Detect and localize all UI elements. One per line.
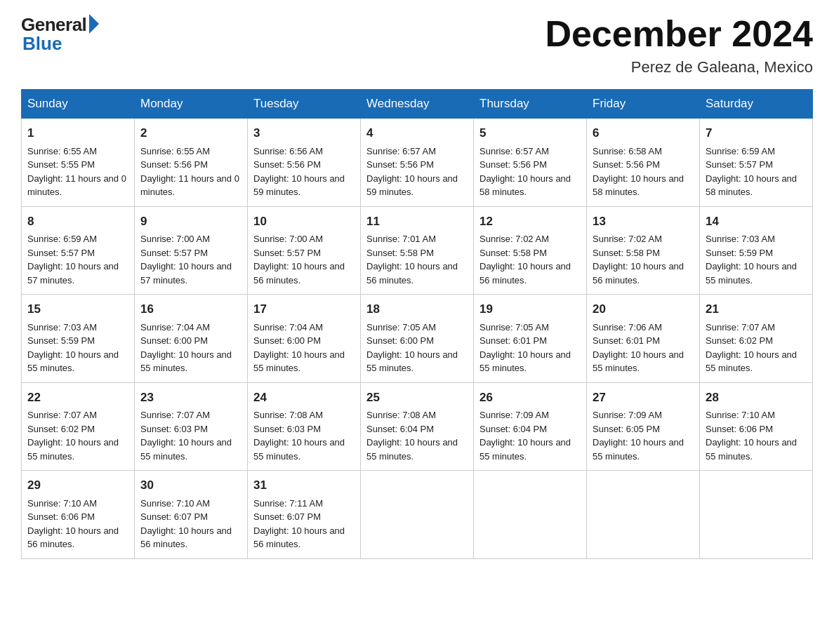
sunrise-info: Sunrise: 6:59 AM bbox=[706, 146, 775, 156]
daylight-info: Daylight: 10 hours and 55 minutes. bbox=[479, 349, 571, 374]
sunrise-info: Sunrise: 7:02 AM bbox=[593, 234, 662, 244]
calendar-cell: 2Sunrise: 6:55 AMSunset: 5:56 PMDaylight… bbox=[135, 119, 248, 207]
sunrise-info: Sunrise: 7:06 AM bbox=[593, 322, 662, 333]
day-number: 14 bbox=[706, 213, 807, 231]
daylight-info: Daylight: 10 hours and 55 minutes. bbox=[366, 349, 458, 374]
day-number: 24 bbox=[253, 389, 355, 407]
calendar-cell bbox=[700, 471, 813, 559]
daylight-info: Daylight: 10 hours and 55 minutes. bbox=[140, 349, 232, 374]
daylight-info: Daylight: 10 hours and 56 minutes. bbox=[366, 261, 458, 286]
calendar-cell bbox=[474, 471, 587, 559]
calendar-week-row: 29Sunrise: 7:10 AMSunset: 6:06 PMDayligh… bbox=[22, 471, 813, 559]
day-number: 20 bbox=[593, 300, 694, 318]
sunset-info: Sunset: 6:02 PM bbox=[706, 335, 773, 346]
sunset-info: Sunset: 5:57 PM bbox=[140, 248, 208, 258]
sunset-info: Sunset: 6:04 PM bbox=[479, 424, 547, 434]
day-number: 30 bbox=[140, 476, 241, 495]
day-number: 3 bbox=[253, 124, 355, 142]
logo-blue-text: Blue bbox=[22, 33, 62, 55]
calendar-week-row: 1Sunrise: 6:55 AMSunset: 5:55 PMDaylight… bbox=[22, 119, 813, 207]
day-number: 19 bbox=[479, 300, 581, 318]
daylight-info: Daylight: 10 hours and 55 minutes. bbox=[253, 349, 345, 374]
daylight-info: Daylight: 10 hours and 55 minutes. bbox=[27, 437, 119, 462]
daylight-info: Daylight: 10 hours and 55 minutes. bbox=[479, 437, 571, 462]
calendar-cell: 15Sunrise: 7:03 AMSunset: 5:59 PMDayligh… bbox=[22, 295, 135, 383]
calendar-cell: 21Sunrise: 7:07 AMSunset: 6:02 PMDayligh… bbox=[700, 295, 813, 383]
daylight-info: Daylight: 10 hours and 55 minutes. bbox=[27, 349, 119, 374]
sunrise-info: Sunrise: 6:56 AM bbox=[253, 146, 323, 156]
calendar-cell: 27Sunrise: 7:09 AMSunset: 6:05 PMDayligh… bbox=[587, 382, 700, 471]
sunset-info: Sunset: 5:56 PM bbox=[366, 159, 434, 170]
weekday-header-saturday: Saturday bbox=[700, 90, 813, 119]
sunset-info: Sunset: 6:00 PM bbox=[253, 335, 321, 346]
calendar-cell: 16Sunrise: 7:04 AMSunset: 6:00 PMDayligh… bbox=[135, 295, 248, 383]
day-number: 23 bbox=[140, 389, 241, 407]
sunset-info: Sunset: 5:57 PM bbox=[706, 159, 773, 170]
calendar-cell: 24Sunrise: 7:08 AMSunset: 6:03 PMDayligh… bbox=[248, 382, 361, 471]
daylight-info: Daylight: 10 hours and 56 minutes. bbox=[140, 525, 232, 550]
sunrise-info: Sunrise: 7:03 AM bbox=[706, 234, 775, 244]
month-title: December 2024 bbox=[545, 14, 813, 54]
calendar-cell: 9Sunrise: 7:00 AMSunset: 5:57 PMDaylight… bbox=[135, 206, 248, 295]
sunrise-info: Sunrise: 7:00 AM bbox=[253, 234, 323, 244]
calendar-cell: 20Sunrise: 7:06 AMSunset: 6:01 PMDayligh… bbox=[587, 295, 700, 383]
sunset-info: Sunset: 5:59 PM bbox=[27, 335, 95, 346]
daylight-info: Daylight: 10 hours and 55 minutes. bbox=[593, 349, 684, 374]
logo: General Blue bbox=[21, 14, 99, 55]
calendar-cell: 8Sunrise: 6:59 AMSunset: 5:57 PMDaylight… bbox=[22, 206, 135, 295]
location-subtitle: Perez de Galeana, Mexico bbox=[545, 58, 813, 76]
sunrise-info: Sunrise: 7:09 AM bbox=[593, 410, 662, 420]
sunset-info: Sunset: 6:00 PM bbox=[140, 335, 208, 346]
day-number: 15 bbox=[27, 300, 128, 318]
sunrise-info: Sunrise: 7:07 AM bbox=[27, 410, 97, 420]
sunrise-info: Sunrise: 6:58 AM bbox=[593, 146, 662, 156]
calendar-week-row: 22Sunrise: 7:07 AMSunset: 6:02 PMDayligh… bbox=[22, 382, 813, 471]
weekday-header-friday: Friday bbox=[587, 90, 700, 119]
calendar-cell: 31Sunrise: 7:11 AMSunset: 6:07 PMDayligh… bbox=[248, 471, 361, 559]
daylight-info: Daylight: 10 hours and 55 minutes. bbox=[706, 261, 797, 286]
sunrise-info: Sunrise: 7:04 AM bbox=[253, 322, 323, 333]
calendar-cell: 5Sunrise: 6:57 AMSunset: 5:56 PMDaylight… bbox=[474, 119, 587, 207]
sunrise-info: Sunrise: 7:07 AM bbox=[140, 410, 210, 420]
calendar-cell: 11Sunrise: 7:01 AMSunset: 5:58 PMDayligh… bbox=[361, 206, 474, 295]
daylight-info: Daylight: 10 hours and 55 minutes. bbox=[140, 437, 232, 462]
day-number: 11 bbox=[366, 213, 468, 231]
sunset-info: Sunset: 6:06 PM bbox=[706, 424, 773, 434]
sunset-info: Sunset: 6:03 PM bbox=[140, 424, 208, 434]
daylight-info: Daylight: 10 hours and 55 minutes. bbox=[593, 437, 684, 462]
sunrise-info: Sunrise: 7:04 AM bbox=[140, 322, 210, 333]
day-number: 22 bbox=[27, 389, 128, 407]
day-number: 4 bbox=[366, 124, 468, 142]
sunrise-info: Sunrise: 7:02 AM bbox=[479, 234, 549, 244]
day-number: 13 bbox=[593, 213, 694, 231]
calendar-cell: 17Sunrise: 7:04 AMSunset: 6:00 PMDayligh… bbox=[248, 295, 361, 383]
daylight-info: Daylight: 11 hours and 0 minutes. bbox=[27, 173, 126, 198]
calendar-cell: 30Sunrise: 7:10 AMSunset: 6:07 PMDayligh… bbox=[135, 471, 248, 559]
daylight-info: Daylight: 10 hours and 56 minutes. bbox=[27, 525, 119, 550]
day-number: 8 bbox=[27, 213, 128, 231]
sunset-info: Sunset: 5:58 PM bbox=[366, 248, 434, 258]
sunrise-info: Sunrise: 6:57 AM bbox=[479, 146, 549, 156]
calendar-cell: 10Sunrise: 7:00 AMSunset: 5:57 PMDayligh… bbox=[248, 206, 361, 295]
day-number: 2 bbox=[140, 124, 241, 142]
sunrise-info: Sunrise: 7:05 AM bbox=[366, 322, 436, 333]
sunset-info: Sunset: 5:58 PM bbox=[593, 248, 660, 258]
sunrise-info: Sunrise: 7:05 AM bbox=[479, 322, 549, 333]
logo-arrow-icon bbox=[89, 14, 99, 34]
sunrise-info: Sunrise: 7:10 AM bbox=[706, 410, 775, 420]
daylight-info: Daylight: 10 hours and 55 minutes. bbox=[366, 437, 458, 462]
sunset-info: Sunset: 5:57 PM bbox=[253, 248, 321, 258]
weekday-header-wednesday: Wednesday bbox=[361, 90, 474, 119]
day-number: 6 bbox=[593, 124, 694, 142]
day-number: 7 bbox=[706, 124, 807, 142]
daylight-info: Daylight: 10 hours and 59 minutes. bbox=[253, 173, 345, 198]
daylight-info: Daylight: 10 hours and 59 minutes. bbox=[366, 173, 458, 198]
day-number: 12 bbox=[479, 213, 581, 231]
sunset-info: Sunset: 6:04 PM bbox=[366, 424, 434, 434]
sunrise-info: Sunrise: 7:10 AM bbox=[27, 498, 97, 509]
sunrise-info: Sunrise: 6:55 AM bbox=[140, 146, 210, 156]
sunset-info: Sunset: 6:07 PM bbox=[140, 511, 208, 522]
weekday-header-monday: Monday bbox=[135, 90, 248, 119]
daylight-info: Daylight: 10 hours and 55 minutes. bbox=[706, 349, 797, 374]
sunrise-info: Sunrise: 7:08 AM bbox=[253, 410, 323, 420]
